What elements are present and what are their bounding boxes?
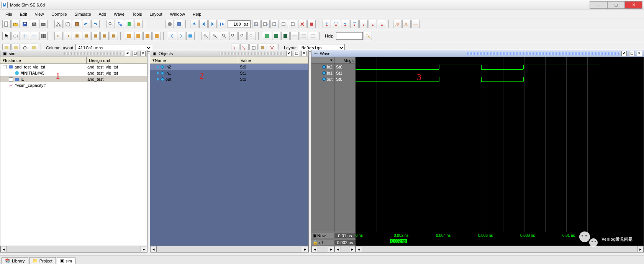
view3-icon[interactable] [281, 32, 290, 40]
nav-list-icon[interactable] [186, 32, 195, 40]
sim-row-#INITIAL#45[interactable]: #INITIAL#45and_test_vlg_tst [0, 70, 147, 76]
wave-sig-in1[interactable]: in1 [311, 70, 334, 76]
obj-undock-button[interactable]: ⬈ [286, 51, 292, 56]
back-icon[interactable] [199, 20, 208, 28]
tab-library[interactable]: 📚Library [2, 257, 28, 264]
menu-add[interactable]: Add [95, 11, 110, 17]
menu-window[interactable]: Window [166, 11, 189, 17]
zoom-out-icon[interactable] [211, 32, 219, 40]
step-out-icon[interactable] [341, 20, 349, 28]
sim-hscroll[interactable]: ◂▸ [0, 246, 147, 252]
view6-icon[interactable] [309, 32, 317, 40]
compile-all-icon[interactable] [175, 20, 183, 28]
minimize-button[interactable]: ─ [590, 1, 607, 9]
obj-row-in1[interactable]: in1St1 [150, 70, 308, 76]
menu-layout[interactable]: Layout [146, 11, 166, 17]
menu-help[interactable]: Help [189, 11, 205, 17]
waveform-icon[interactable] [393, 20, 401, 28]
wave-canvas[interactable]: 0 ns 0.002 ns 0.004 ns 0.006 ns 0.008 ns… [356, 57, 644, 246]
close-button[interactable]: ✕ [625, 1, 642, 9]
select-icon[interactable] [11, 32, 20, 40]
structure-icon[interactable] [116, 20, 124, 28]
zoom-full-icon[interactable] [220, 32, 228, 40]
obj-row-out[interactable]: outSt0 [150, 76, 308, 82]
sim-row-and_test_vlg_tst[interactable]: -and_test_vlg_tstand_test_vlg_tst [0, 64, 147, 70]
obj-hscroll[interactable]: ◂▸ [150, 246, 308, 252]
obj-row-in2[interactable]: in2St0 [150, 64, 308, 70]
view1-icon[interactable] [263, 32, 271, 40]
delete-item-icon[interactable] [134, 32, 143, 40]
paste-icon[interactable] [73, 20, 81, 28]
wave-signal-names[interactable]: ▾ in2 in1 out [311, 57, 334, 246]
expander-icon[interactable]: - [3, 65, 7, 69]
up-icon[interactable] [190, 20, 198, 28]
menu-view[interactable]: View [31, 11, 48, 17]
waveform2-icon[interactable] [402, 20, 411, 28]
cursor-a-icon[interactable] [73, 32, 81, 40]
sim-col-design-unit[interactable]: Design unit [87, 57, 147, 64]
copy-item-icon[interactable] [152, 32, 161, 40]
run-length-input[interactable] [228, 20, 251, 28]
zoom-range-icon[interactable] [238, 32, 247, 40]
wave-names-scroll[interactable]: ◂▸ [311, 246, 334, 252]
wave-sig-out[interactable]: out [311, 76, 334, 82]
run-all-icon[interactable] [270, 20, 279, 28]
cursor-b-icon[interactable] [82, 32, 90, 40]
maximize-button[interactable]: □ [607, 1, 625, 9]
wave-cursor-value-box[interactable]: 0.002 ns [390, 239, 407, 243]
sim-row-i1[interactable]: +i1and_test [0, 76, 147, 82]
waveform3-icon[interactable] [411, 20, 420, 28]
zoom-last-icon[interactable] [247, 32, 256, 40]
step-b-icon[interactable] [359, 20, 368, 28]
tab-project[interactable]: 📁Project [29, 257, 56, 264]
menu-tools[interactable]: Tools [128, 11, 146, 17]
panel-max-button[interactable]: ▢ [133, 51, 138, 56]
obj-col-value[interactable]: Value [238, 57, 308, 64]
step-d-icon[interactable] [378, 20, 386, 28]
cursor-d-icon[interactable] [100, 32, 109, 40]
zoom-in-icon[interactable] [202, 32, 210, 40]
menu-compile[interactable]: Compile [48, 11, 70, 17]
cursor-c-icon[interactable] [91, 32, 100, 40]
forward-icon[interactable] [208, 20, 217, 28]
wave-undock-button[interactable]: ⬈ [621, 51, 627, 56]
run-continue-icon[interactable] [261, 20, 270, 28]
wave-close-button[interactable]: ✕ [637, 51, 642, 56]
step-over2-icon[interactable] [332, 20, 340, 28]
step-c-icon[interactable] [369, 20, 377, 28]
expander-icon[interactable]: + [9, 77, 13, 81]
wave-vals-scroll[interactable]: ◂▸ [334, 246, 356, 252]
objects-list[interactable]: in2St0in1St1outSt0 [150, 64, 308, 246]
column-icon[interactable] [39, 32, 48, 40]
sim-row-#vsim_capacity#[interactable]: #vsim_capacity# [0, 82, 147, 88]
wave-sig-in2[interactable]: in2 [311, 64, 334, 70]
nav-next-icon[interactable] [177, 32, 185, 40]
wave-max-button[interactable]: ▢ [629, 51, 634, 56]
step-run-icon[interactable] [350, 20, 359, 28]
step-into-icon[interactable] [323, 20, 331, 28]
sim-tree[interactable]: -and_test_vlg_tstand_test_vlg_tst#INITIA… [0, 64, 147, 246]
bookmark-icon[interactable] [125, 20, 133, 28]
menu-file[interactable]: File [2, 11, 16, 17]
cut-icon[interactable] [54, 20, 63, 28]
copy-icon[interactable] [64, 20, 72, 28]
panel-undock-button[interactable]: ⬈ [125, 51, 130, 56]
cursor-next-icon[interactable] [64, 32, 72, 40]
cursor-e-icon[interactable] [110, 32, 118, 40]
add-item-icon[interactable] [125, 32, 133, 40]
step-icon[interactable] [280, 20, 288, 28]
panel-close-button[interactable]: ✕ [140, 51, 146, 56]
compile-icon[interactable] [166, 20, 174, 28]
nav-prev-icon[interactable] [168, 32, 176, 40]
collapse-icon[interactable] [30, 32, 38, 40]
obj-max-button[interactable]: ▢ [294, 51, 299, 56]
save-icon[interactable] [21, 20, 29, 28]
tab-sim[interactable]: ▣sim [57, 257, 75, 264]
obj-col-name[interactable]: ▾Name [150, 57, 238, 64]
stop-icon[interactable] [307, 20, 316, 28]
wave-names-toggle-icon[interactable]: ▾ [330, 58, 333, 63]
view2-icon[interactable] [272, 32, 280, 40]
undo-icon[interactable] [82, 20, 90, 28]
sim-col-instance[interactable]: ▾Instance [0, 57, 87, 64]
new-file-icon[interactable] [2, 20, 11, 28]
